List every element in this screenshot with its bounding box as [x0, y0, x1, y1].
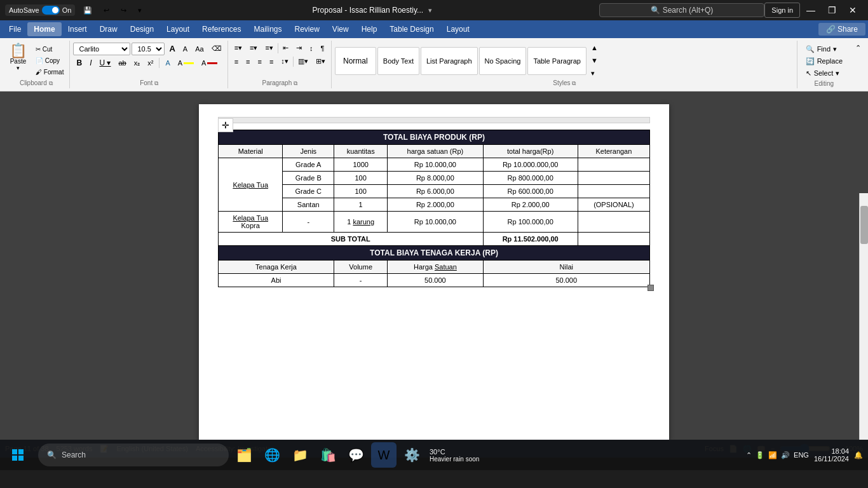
numbering-button[interactable]: ≡▾ — [247, 42, 261, 54]
copy-button[interactable]: 📄 Copy — [32, 55, 67, 66]
menu-design[interactable]: Design — [124, 22, 160, 36]
justify-button[interactable]: ≡ — [266, 56, 276, 67]
bold-button[interactable]: B — [73, 57, 85, 69]
font-grow-button[interactable]: A — [166, 42, 178, 55]
menu-references[interactable]: References — [196, 22, 247, 36]
minimize-button[interactable]: — — [800, 3, 822, 18]
style-list-paragraph[interactable]: List Paragraph — [421, 47, 478, 75]
table-resize-handle[interactable] — [648, 285, 654, 291]
center-button[interactable]: ≡ — [243, 56, 253, 67]
document-page: ✛ TOTAL BIAYA PRODUK (RP) Material Jenis… — [199, 104, 669, 440]
menu-help[interactable]: Help — [355, 22, 384, 36]
clock-display[interactable]: 18:04 16/11/2024 — [814, 447, 849, 463]
ribbon-collapse-button[interactable]: ⌃ — [852, 42, 864, 54]
text-highlight-button[interactable]: A — [175, 57, 197, 69]
format-painter-button[interactable]: 🖌 Format — [32, 67, 67, 78]
strikethrough-button[interactable]: ab — [115, 57, 129, 69]
menu-table-design[interactable]: Table Design — [383, 22, 440, 36]
menu-file[interactable]: File — [3, 22, 27, 36]
subscript-button[interactable]: x₂ — [131, 57, 144, 69]
settings-taskbar[interactable]: ⚙️ — [399, 442, 424, 468]
cut-button[interactable]: ✂ Cut — [32, 44, 67, 55]
menu-view[interactable]: View — [326, 22, 355, 36]
menu-table-layout[interactable]: Layout — [440, 22, 476, 36]
styles-scroll-up[interactable]: ▲ — [588, 42, 601, 53]
windows-start-button[interactable] — [5, 442, 31, 468]
save-button[interactable]: 💾 — [80, 4, 95, 17]
find-button[interactable]: 🔍 Find ▾ — [803, 44, 845, 54]
font-name-select[interactable]: Carlito — [73, 43, 130, 55]
font-color-button[interactable]: A — [198, 57, 220, 69]
whatsapp-taskbar[interactable]: 💬 — [343, 442, 369, 468]
tk-abi-volume: - — [334, 274, 388, 287]
paste-button[interactable]: 📋 Paste ▾ — [5, 42, 31, 79]
undo-button[interactable]: ↩ — [100, 4, 112, 17]
shading-button[interactable]: ▥▾ — [295, 55, 311, 67]
title-search-bar[interactable]: 🔍 Search (Alt+Q) — [599, 3, 764, 17]
maximize-button[interactable]: ❐ — [822, 3, 843, 18]
style-no-spacing[interactable]: No Spacing — [479, 47, 527, 75]
style-body-text[interactable]: Body Text — [377, 47, 419, 75]
change-case-button[interactable]: Aa — [192, 43, 207, 55]
up-arrow-icon[interactable]: ⌃ — [746, 451, 752, 459]
select-button[interactable]: ↖ Select ▾ — [803, 69, 845, 78]
style-normal[interactable]: Normal — [335, 47, 376, 75]
scrollbar-thumb[interactable] — [860, 206, 868, 244]
wifi-icon[interactable]: 📶 — [768, 451, 777, 459]
edge-browser-taskbar[interactable]: 🌐 — [259, 442, 285, 468]
file-explorer-taskbar[interactable]: 📁 — [287, 442, 313, 468]
col-jenis: Jenis — [283, 145, 334, 158]
align-right-button[interactable]: ≡ — [255, 56, 265, 67]
menu-layout[interactable]: Layout — [160, 22, 196, 36]
close-button[interactable]: ✕ — [843, 3, 863, 18]
qty-grade-c: 100 — [334, 185, 388, 198]
italic-button[interactable]: I — [86, 57, 95, 69]
lang-label[interactable]: ENG — [794, 451, 809, 459]
menu-draw[interactable]: Draw — [93, 22, 124, 36]
network-icon[interactable]: 🔋 — [756, 451, 764, 459]
styles-expand[interactable]: ▾ — [588, 67, 601, 79]
store-taskbar[interactable]: 🛍️ — [315, 442, 341, 468]
bullets-button[interactable]: ≡▾ — [231, 42, 245, 54]
menu-home[interactable]: Home — [27, 22, 61, 36]
font-size-select[interactable]: 10.5 — [132, 43, 165, 55]
signin-button[interactable]: Sign in — [764, 3, 800, 18]
redo-button[interactable]: ↪ — [118, 4, 130, 17]
share-button[interactable]: 🔗 Share — [818, 23, 865, 36]
font-shrink-button[interactable]: A — [180, 43, 191, 55]
notification-icon[interactable]: 🔔 — [854, 451, 863, 459]
windows-icon — [11, 449, 24, 461]
sound-icon[interactable]: 🔊 — [781, 451, 790, 459]
borders-button[interactable]: ⊞▾ — [313, 55, 329, 67]
autosave-toggle[interactable]: AutoSave On — [5, 4, 75, 16]
task-view-button[interactable]: 🗂️ — [231, 442, 257, 468]
show-formatting-button[interactable]: ¶ — [317, 43, 327, 54]
harga-grade-b: Rp 8.000,00 — [388, 172, 483, 185]
autosave-toggle-pill[interactable] — [42, 6, 60, 15]
table-move-handle[interactable]: ✛ — [218, 118, 233, 132]
increase-indent-button[interactable]: ⇥ — [293, 42, 305, 54]
word-taskbar[interactable]: W — [371, 442, 397, 468]
col-harga-satuan: harga satuan (Rp) — [388, 145, 483, 158]
style-table-paragraph[interactable]: Table Paragrap — [527, 47, 587, 75]
align-left-button[interactable]: ≡ — [231, 56, 241, 67]
ribbon-expand[interactable]: ⌃ — [851, 41, 865, 88]
taskbar-search-bar[interactable]: 🔍 Search — [38, 444, 229, 466]
tk-abi-nilai: 50.000 — [483, 274, 650, 287]
menu-review[interactable]: Review — [288, 22, 326, 36]
superscript-button[interactable]: x² — [144, 57, 156, 69]
sort-button[interactable]: ↕ — [306, 43, 316, 54]
multilevel-button[interactable]: ≡▾ — [262, 42, 276, 54]
menu-insert[interactable]: Insert — [62, 22, 93, 36]
text-effects-button[interactable]: A — [162, 57, 173, 69]
customize-qat-button[interactable]: ▾ — [135, 4, 145, 17]
decrease-indent-button[interactable]: ⇤ — [280, 42, 292, 54]
menu-mailings[interactable]: Mailings — [247, 22, 288, 36]
styles-scroll-down[interactable]: ▼ — [588, 55, 601, 66]
vertical-scrollbar[interactable] — [859, 193, 868, 452]
line-spacing-button[interactable]: ↕▾ — [278, 55, 292, 67]
tk-title: TOTAL BIAYA TENAGA KERJA (RP) — [219, 246, 650, 261]
underline-button[interactable]: U ▾ — [96, 57, 114, 69]
clear-format-button[interactable]: ⌫ — [208, 43, 225, 55]
replace-button[interactable]: 🔄 Replace — [803, 57, 845, 66]
